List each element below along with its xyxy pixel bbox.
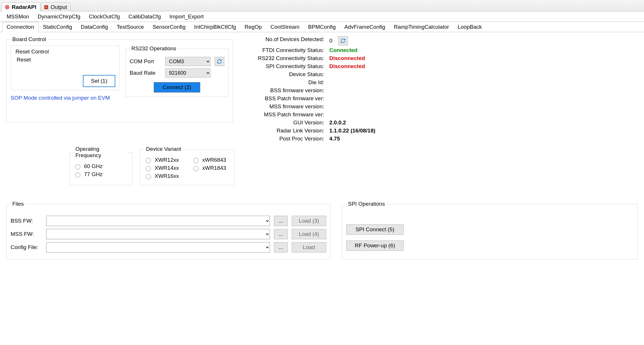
tab-testsource[interactable]: TestSource (112, 22, 148, 32)
svg-point-2 (7, 7, 7, 7)
sop-mode-note: SOP Mode controlled via jumper on EVM (11, 95, 120, 101)
file-path-select[interactable] (46, 216, 270, 226)
file-tab-label: RadarAPI (12, 4, 36, 10)
tab-ramptimingcalculator[interactable]: RampTimingCalculator (390, 22, 454, 32)
status-key: BSS Patch firmware ver: (238, 95, 324, 102)
com-port-refresh-button[interactable] (215, 57, 224, 66)
file-tab-label: Output (51, 4, 67, 10)
status-value: Connected (329, 47, 415, 53)
rf-powerup-button[interactable]: RF Power-up (6) (346, 240, 404, 251)
com-port-label: COM Port (130, 58, 161, 65)
spi-operations-legend: SPI Operations (346, 201, 387, 207)
status-value: 0 (329, 36, 415, 45)
status-key: No.of Devices Detected: (238, 36, 324, 45)
rs232-group: RS232 Operations COM Port COM3 Baud Rate (125, 45, 229, 97)
tab-dataconfig[interactable]: DataConfig (77, 22, 112, 32)
browse-button[interactable]: ... (274, 242, 288, 253)
reset-control-legend: Reset Control (14, 49, 50, 55)
tab-bpmconfig[interactable]: BPMConfig (304, 22, 340, 32)
status-key: FTDI Connectivity Status: (238, 47, 324, 53)
radio-label: XWR12xx (155, 157, 179, 163)
spi-connect-button[interactable]: SPI Connect (5) (346, 224, 404, 235)
radio-label: 77 GHz (84, 171, 102, 178)
radar-icon (4, 4, 10, 10)
tab-contstream[interactable]: ContStream (266, 22, 304, 32)
files-group: Files BSS FW:...Load (3)MSS FW:...Load (… (6, 201, 330, 260)
tab-advframeconfig[interactable]: AdvFrameConfig (340, 22, 390, 32)
status-value: 1.1.0.22 (16/08/18) (329, 128, 415, 134)
file-row-label: Config File: (11, 244, 42, 250)
status-grid: No.of Devices Detected:0FTDI Connectivit… (238, 36, 638, 142)
tab-regop[interactable]: RegOp (240, 22, 266, 32)
file-tab-strip: RadarAPIOutput (0, 0, 644, 11)
status-value: 2.0.0.2 (329, 120, 415, 126)
file-row: Config File:...Load (11, 242, 326, 253)
status-value (329, 79, 415, 86)
browse-button[interactable]: ... (274, 216, 288, 226)
operating-frequency-group: Operating Frequency 60 GHz77 GHz (69, 146, 133, 185)
tab-calibdatacfg[interactable]: CalibDataCfg (124, 11, 165, 22)
baud-rate-label: Baud Rate (130, 70, 161, 76)
file-row: BSS FW:...Load (3) (11, 216, 326, 226)
radio-label: xWR1843 (202, 165, 226, 171)
status-key: MSS firmware version: (238, 103, 324, 110)
status-value: 4.75 (329, 136, 415, 142)
file-tab-output[interactable]: Output (41, 3, 71, 11)
tab-row-2: ConnectionStaticConfigDataConfigTestSour… (0, 22, 644, 32)
status-key: Die Id: (238, 79, 324, 86)
status-key: BSS firmware version: (238, 87, 324, 94)
board-control-group: Board Control Reset Control Reset Set (1… (6, 36, 233, 122)
rs232-legend: RS232 Operations (130, 45, 178, 52)
radio-label: 60 GHz (84, 163, 102, 169)
load-button[interactable]: Load (3) (292, 216, 326, 226)
files-legend: Files (11, 201, 26, 207)
spi-operations-group: SPI Operations SPI Connect (5) RF Power-… (342, 201, 638, 260)
status-value: Disconnected (329, 55, 415, 61)
device-variant-group: Device Variant XWR12xxXWR14xxXWR16xx xWR… (140, 146, 235, 185)
tab-sensorconfig[interactable]: SensorConfig (148, 22, 190, 32)
tab-import_export[interactable]: Import_Export (165, 11, 208, 22)
file-row-label: MSS FW: (11, 231, 42, 237)
device-variant-option[interactable]: XWR12xx (144, 157, 183, 163)
operating-frequency-option[interactable]: 60 GHz (74, 163, 128, 169)
status-value: Disconnected (329, 63, 415, 70)
file-path-select[interactable] (46, 242, 270, 253)
devices-refresh-button[interactable] (338, 36, 348, 45)
tab-connection[interactable]: Connection (2, 22, 38, 32)
set-button[interactable]: Set (1) (83, 75, 115, 87)
status-key: SPI Connectivity Status: (238, 63, 324, 70)
tab-intchirpblkctlcfg[interactable]: IntChirpBlkCtlCfg (190, 22, 240, 32)
radio-label: XWR14xx (155, 165, 179, 171)
status-value (329, 111, 415, 118)
refresh-icon (341, 38, 346, 43)
device-variant-option[interactable]: XWR16xx (144, 173, 183, 179)
refresh-icon (217, 59, 222, 64)
load-button[interactable]: Load (292, 242, 326, 253)
connect-button[interactable]: Connect (2) (154, 82, 200, 92)
tab-clockoutcfg[interactable]: ClockOutCfg (85, 11, 124, 22)
board-control-legend: Board Control (11, 36, 48, 43)
status-value (329, 71, 415, 78)
operating-frequency-option[interactable]: 77 GHz (74, 171, 128, 178)
operating-frequency-legend: Operating Frequency (74, 146, 128, 159)
device-variant-option[interactable]: xWR1843 (192, 165, 230, 171)
file-tab-radarapi[interactable]: RadarAPI (2, 3, 40, 11)
file-path-select[interactable] (46, 229, 270, 239)
browse-button[interactable]: ... (274, 229, 288, 239)
tab-row-1: MSSMonDynamicChirpCfgClockOutCfgCalibDat… (0, 11, 644, 22)
load-button[interactable]: Load (4) (292, 229, 326, 239)
reset-label: Reset (17, 57, 115, 63)
tab-mssmon[interactable]: MSSMon (2, 11, 33, 22)
tab-loopback[interactable]: LoopBack (453, 22, 486, 32)
tab-dynamicchirpcfg[interactable]: DynamicChirpCfg (33, 11, 85, 22)
device-variant-legend: Device Variant (144, 146, 183, 152)
tab-staticconfig[interactable]: StaticConfig (38, 22, 76, 32)
status-key: Radar Link Version: (238, 128, 324, 134)
file-row-label: BSS FW: (11, 218, 42, 224)
com-port-select[interactable]: COM3 (165, 57, 211, 66)
device-variant-option[interactable]: XWR14xx (144, 165, 183, 171)
baud-rate-select[interactable]: 921600 (165, 68, 211, 78)
device-variant-option[interactable]: xWR6843 (192, 157, 230, 163)
reset-control-group: Reset Control Reset Set (1) (11, 45, 120, 90)
radio-label: XWR16xx (155, 173, 179, 179)
